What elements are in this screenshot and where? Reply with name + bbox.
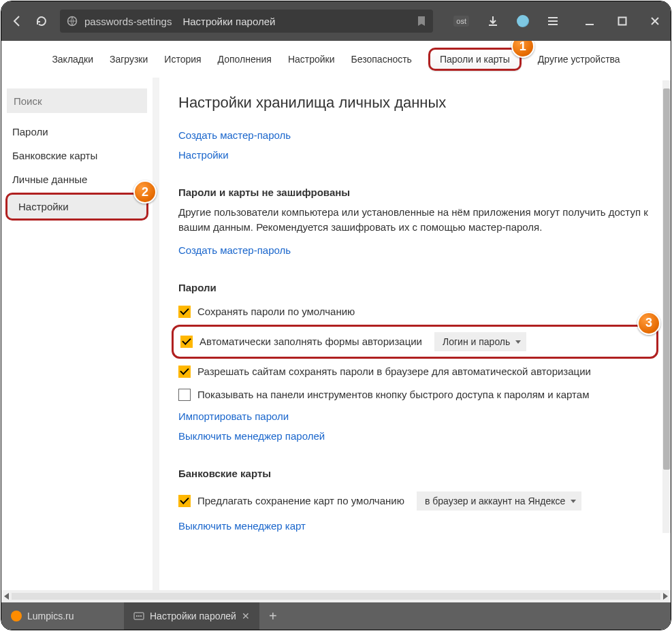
topnav-history[interactable]: История [164,54,201,65]
row-save-default: Сохранять пароли по умолчанию [178,300,652,323]
topnav-settings[interactable]: Настройки [288,54,335,65]
checkbox-save-default[interactable] [178,306,191,318]
bookmark-icon[interactable] [417,16,426,27]
highlight-autofill-row: Автоматически заполнять формы авторизаци… [172,325,658,359]
weather-icon[interactable] [517,15,529,27]
settings-content: Настройки хранилища личных данных Создат… [159,78,671,590]
browser-toolbar: passwords-settings Настройки паролей ost [1,1,671,41]
topnav-other-devices[interactable]: Другие устройства [538,54,620,65]
row-show-toolbar: Показывать на панели инструментов кнопку… [178,383,652,406]
row-offer-save-cards: Предлагать сохранение карт по умолчанию … [178,486,652,516]
link-disable-card-manager[interactable]: Выключить менеджер карт [178,520,306,532]
topnav-bookmarks[interactable]: Закладки [52,54,93,65]
url-title: Настройки паролей [182,16,275,27]
passwords-section-title: Пароли [178,282,652,293]
browser-tabbar: Lumpics.ru Настройки паролей ✕ + [1,602,671,630]
topnav-downloads[interactable]: Загрузки [110,54,148,65]
checkbox-autofill[interactable] [180,336,193,348]
maximize-button[interactable] [616,15,628,27]
label-show-toolbar: Показывать на панели инструментов кнопку… [197,389,589,400]
vertical-scrollbar-thumb[interactable] [663,88,670,470]
hscroll-track[interactable] [12,593,660,600]
settings-sidebar: Пароли Банковские карты Личные данные На… [1,78,153,590]
favicon-settings [133,611,144,621]
sidebar-item-cards[interactable]: Банковские карты [1,144,153,167]
checkbox-offer-save-cards[interactable] [178,495,191,507]
encrypt-section-title: Пароли и карты не зашифрованы [178,187,652,198]
checkbox-allow-sites[interactable] [178,366,191,378]
dropdown-autofill-mode[interactable]: Логин и пароль [434,332,526,351]
address-bar[interactable]: passwords-settings Настройки паролей [60,10,433,33]
hscroll-left-arrow[interactable] [4,593,9,600]
svg-rect-1 [619,18,626,25]
sidebar-item-settings[interactable]: Настройки 2 [1,193,153,221]
tab-label: Lumpics.ru [27,611,74,621]
link-import-passwords[interactable]: Импортировать пароли [178,410,289,422]
label-offer-save-cards: Предлагать сохранение карт по умолчанию [197,495,404,506]
horizontal-scrollbar[interactable] [1,590,671,602]
link-disable-password-manager[interactable]: Выключить менеджер паролей [178,430,325,442]
extension-badge[interactable]: ost [453,16,469,27]
svg-point-3 [136,615,138,617]
downloads-button[interactable] [487,15,499,27]
sidebar-item-personal[interactable]: Личные данные [1,167,153,191]
hscroll-right-arrow[interactable] [663,593,668,600]
svg-point-4 [138,615,140,617]
link-settings[interactable]: Настройки [178,149,229,161]
checkbox-show-toolbar[interactable] [178,389,191,401]
cards-section-title: Банковские карты [178,468,652,479]
url-path: passwords-settings [84,16,172,27]
link-create-master-password-2[interactable]: Создать мастер-пароль [178,244,291,256]
site-icon [67,16,78,27]
reload-button[interactable] [35,15,48,27]
settings-topnav: Закладки Загрузки История Дополнения Нас… [1,41,671,78]
callout-1: 1 [511,41,534,58]
close-button[interactable] [649,15,661,27]
label-save-default: Сохранять пароли по умолчанию [197,306,355,317]
topnav-passwords-cards[interactable]: Пароли и карты 1 [428,48,522,71]
label-allow-sites: Разрешать сайтам сохранять пароли в брау… [197,366,591,377]
row-allow-sites: Разрешать сайтам сохранять пароли в брау… [178,360,652,383]
topnav-security[interactable]: Безопасность [351,54,412,65]
topnav-addons[interactable]: Дополнения [218,54,272,65]
callout-3: 3 [637,312,660,335]
minimize-button[interactable] [583,15,596,27]
favicon-lumpics [11,611,22,621]
encrypt-section-desc: Другие пользователи компьютера или устан… [178,205,652,235]
sidebar-item-passwords[interactable]: Пароли [1,120,153,144]
vertical-scrollbar[interactable] [662,80,671,533]
tab-password-settings[interactable]: Настройки паролей ✕ [124,602,259,630]
svg-point-5 [140,615,142,617]
tab-lumpics[interactable]: Lumpics.ru [1,602,124,630]
link-create-master-password[interactable]: Создать мастер-пароль [178,129,291,141]
new-tab-button[interactable]: + [259,602,287,630]
tab-label: Настройки паролей [150,611,236,621]
dropdown-card-save-target[interactable]: в браузер и аккаунт на Яндексе [417,491,581,511]
tab-close-button[interactable]: ✕ [242,611,250,621]
sidebar-search-input[interactable] [7,88,147,113]
page-heading: Настройки хранилища личных данных [178,94,652,112]
menu-button[interactable] [547,15,559,27]
label-autofill: Автоматически заполнять формы авторизаци… [199,336,422,347]
back-button[interactable] [11,15,23,27]
callout-2: 2 [133,180,157,204]
